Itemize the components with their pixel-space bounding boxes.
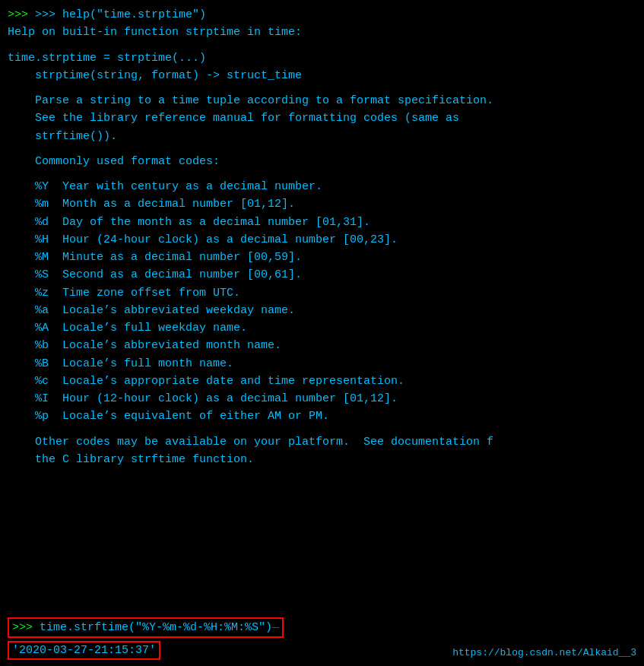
line-26: %p Locale’s equivalent of either AM or P… (8, 408, 636, 425)
line-17: %M Minute as a decimal number [00,59]. (8, 249, 636, 266)
spacer-2 (8, 84, 636, 92)
line-2: Help on built-in function strptime in ti… (8, 24, 636, 41)
input-command-display: time.strftime("%Y-%m-%d-%H:%M:%S") (40, 621, 272, 634)
line-22: %b Locale’s abbreviated month name. (8, 337, 636, 354)
line-4: time.strptime = strptime(...) (8, 49, 636, 67)
spacer-1 (8, 42, 636, 49)
input-command-box[interactable]: >>> >>> time.strftime("%Y-%m-%d-%H:%M:%S… (8, 617, 284, 638)
input-prompt: >>> (12, 621, 40, 634)
line-20: %a Locale’s abbreviated weekday name. (8, 302, 636, 319)
line-9: strftime()). (8, 128, 636, 145)
line-19: %z Time zone offset from UTC. (8, 284, 636, 302)
cursor: — (272, 621, 279, 634)
line-16: %H Hour (24-hour clock) as a decimal num… (8, 231, 636, 249)
line-24: %c Locale’s appropriate date and time re… (8, 373, 636, 390)
line-29: the C library strftime function. (8, 451, 636, 468)
line-18: %S Second as a decimal number [00,61]. (8, 266, 636, 284)
line-15: %d Day of the month as a decimal number … (8, 214, 636, 231)
prompt-symbol: >>> (8, 8, 35, 21)
line-7: Parse a string to a time tuple according… (8, 92, 636, 109)
result-text: '2020-03-27-21:15:37' (12, 644, 156, 657)
spacer-4 (8, 170, 636, 178)
bottom-section: >>> >>> time.strftime("%Y-%m-%d-%H:%M:%S… (0, 617, 644, 666)
terminal-content: >>> >>> help("time.strptime") Help on bu… (8, 6, 636, 468)
spacer-5 (8, 426, 636, 433)
line-14: %m Month as a decimal number [01,12]. (8, 195, 636, 213)
watermark: https://blog.csdn.net/Alkaid__3 (452, 647, 636, 658)
line-11: Commonly used format codes: (8, 153, 636, 170)
line-23: %B Locale’s full month name. (8, 355, 636, 373)
line-13: %Y Year with century as a decimal number… (8, 178, 636, 195)
line-21: %A Locale’s full weekday name. (8, 319, 636, 337)
line-1: >>> >>> help("time.strptime") (8, 6, 636, 24)
spacer-3 (8, 145, 636, 153)
line-5: strptime(string, format) -> struct_time (8, 67, 636, 84)
line-25: %I Hour (12-hour clock) as a decimal num… (8, 390, 636, 408)
line-28: Other codes may be available on your pla… (8, 433, 636, 451)
line-8: See the library reference manual for for… (8, 109, 636, 127)
terminal-window: >>> >>> help("time.strptime") Help on bu… (0, 0, 644, 666)
result-box: '2020-03-27-21:15:37' (8, 641, 160, 660)
command-text: >>> help("time.strptime") (35, 8, 206, 21)
